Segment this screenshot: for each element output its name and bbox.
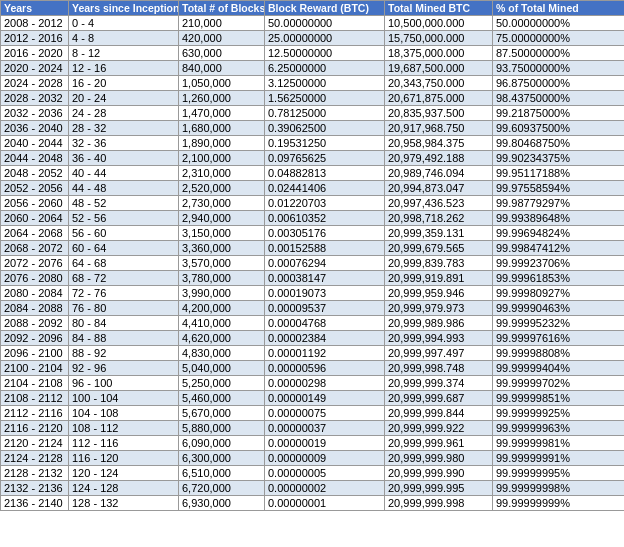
table-cell: 2040 - 2044	[1, 136, 69, 151]
table-cell: 2116 - 2120	[1, 421, 69, 436]
table-row: 2052 - 205644 - 482,520,0000.0244140620,…	[1, 181, 625, 196]
table-cell: 99.99999981%	[493, 436, 625, 451]
table-cell: 32 - 36	[69, 136, 179, 151]
table-cell: 3,150,000	[179, 226, 265, 241]
table-cell: 20,999,999.990	[385, 466, 493, 481]
table-cell: 6.25000000	[265, 61, 385, 76]
table-row: 2064 - 206856 - 603,150,0000.0030517620,…	[1, 226, 625, 241]
table-cell: 3,360,000	[179, 241, 265, 256]
table-cell: 15,750,000.000	[385, 31, 493, 46]
table-cell: 0 - 4	[69, 16, 179, 31]
table-cell: 99.99999963%	[493, 421, 625, 436]
table-cell: 0.00004768	[265, 316, 385, 331]
table-cell: 50.00000000	[265, 16, 385, 31]
table-cell: 99.99999702%	[493, 376, 625, 391]
table-cell: 2076 - 2080	[1, 271, 69, 286]
table-row: 2032 - 203624 - 281,470,0000.7812500020,…	[1, 106, 625, 121]
table-cell: 99.99999991%	[493, 451, 625, 466]
table-cell: 0.00000298	[265, 376, 385, 391]
table-cell: 99.99389648%	[493, 211, 625, 226]
table-row: 2048 - 205240 - 442,310,0000.0488281320,…	[1, 166, 625, 181]
table-cell: 20,999,997.497	[385, 346, 493, 361]
table-cell: 20,994,873.047	[385, 181, 493, 196]
table-row: 2104 - 210896 - 1005,250,0000.0000029820…	[1, 376, 625, 391]
table-cell: 2104 - 2108	[1, 376, 69, 391]
table-cell: 20,999,359.131	[385, 226, 493, 241]
table-cell: 99.99694824%	[493, 226, 625, 241]
table-cell: 2016 - 2020	[1, 46, 69, 61]
table-cell: 84 - 88	[69, 331, 179, 346]
table-row: 2044 - 204836 - 402,100,0000.0976562520,…	[1, 151, 625, 166]
table-cell: 104 - 108	[69, 406, 179, 421]
table-cell: 2132 - 2136	[1, 481, 69, 496]
table-cell: 0.00000005	[265, 466, 385, 481]
col-header-3: Block Reward (BTC)	[265, 1, 385, 16]
table-cell: 2084 - 2088	[1, 301, 69, 316]
table-cell: 28 - 32	[69, 121, 179, 136]
table-cell: 3,570,000	[179, 256, 265, 271]
table-cell: 18,375,000.000	[385, 46, 493, 61]
table-cell: 99.90234375%	[493, 151, 625, 166]
table-row: 2020 - 202412 - 16840,0006.2500000019,68…	[1, 61, 625, 76]
table-cell: 12.50000000	[265, 46, 385, 61]
table-row: 2116 - 2120108 - 1125,880,0000.000000372…	[1, 421, 625, 436]
table-row: 2128 - 2132120 - 1246,510,0000.000000052…	[1, 466, 625, 481]
table-cell: 630,000	[179, 46, 265, 61]
table-cell: 2,520,000	[179, 181, 265, 196]
table-cell: 0.00000075	[265, 406, 385, 421]
table-cell: 99.95117188%	[493, 166, 625, 181]
table-cell: 99.99923706%	[493, 256, 625, 271]
table-cell: 2052 - 2056	[1, 181, 69, 196]
table-cell: 20,989,746.094	[385, 166, 493, 181]
table-cell: 100 - 104	[69, 391, 179, 406]
table-cell: 2136 - 2140	[1, 496, 69, 511]
table-cell: 0.00000002	[265, 481, 385, 496]
table-cell: 8 - 12	[69, 46, 179, 61]
table-cell: 20,999,989.986	[385, 316, 493, 331]
table-row: 2056 - 206048 - 522,730,0000.0122070320,…	[1, 196, 625, 211]
table-cell: 20,999,999.998	[385, 496, 493, 511]
table-cell: 99.98779297%	[493, 196, 625, 211]
table-cell: 2028 - 2032	[1, 91, 69, 106]
table-cell: 76 - 80	[69, 301, 179, 316]
table-row: 2012 - 20164 - 8420,00025.0000000015,750…	[1, 31, 625, 46]
table-cell: 2112 - 2116	[1, 406, 69, 421]
table-cell: 2072 - 2076	[1, 256, 69, 271]
table-cell: 2068 - 2072	[1, 241, 69, 256]
table-cell: 2020 - 2024	[1, 61, 69, 76]
table-cell: 20,999,994.993	[385, 331, 493, 346]
table-cell: 88 - 92	[69, 346, 179, 361]
table-row: 2124 - 2128116 - 1206,300,0000.000000092…	[1, 451, 625, 466]
col-header-0: Years	[1, 1, 69, 16]
table-cell: 99.99999851%	[493, 391, 625, 406]
table-cell: 0.00000001	[265, 496, 385, 511]
table-cell: 20,958,984.375	[385, 136, 493, 151]
table-cell: 98.43750000%	[493, 91, 625, 106]
table-cell: 0.78125000	[265, 106, 385, 121]
table-cell: 2048 - 2052	[1, 166, 69, 181]
table-cell: 99.99999999%	[493, 496, 625, 511]
table-cell: 2108 - 2112	[1, 391, 69, 406]
table-cell: 20,999,919.891	[385, 271, 493, 286]
table-cell: 2056 - 2060	[1, 196, 69, 211]
col-header-2: Total # of Blocks	[179, 1, 265, 16]
table-row: 2072 - 207664 - 683,570,0000.0007629420,…	[1, 256, 625, 271]
table-cell: 25.00000000	[265, 31, 385, 46]
table-cell: 99.99961853%	[493, 271, 625, 286]
table-cell: 0.00000149	[265, 391, 385, 406]
table-cell: 2120 - 2124	[1, 436, 69, 451]
table-cell: 48 - 52	[69, 196, 179, 211]
table-cell: 1,470,000	[179, 106, 265, 121]
table-cell: 16 - 20	[69, 76, 179, 91]
table-cell: 5,040,000	[179, 361, 265, 376]
table-cell: 5,250,000	[179, 376, 265, 391]
table-cell: 0.00038147	[265, 271, 385, 286]
table-cell: 0.00000009	[265, 451, 385, 466]
table-cell: 20,998,718.262	[385, 211, 493, 226]
table-cell: 20,999,998.748	[385, 361, 493, 376]
table-cell: 19,687,500.000	[385, 61, 493, 76]
table-cell: 36 - 40	[69, 151, 179, 166]
table-cell: 20,835,937.500	[385, 106, 493, 121]
table-cell: 2044 - 2048	[1, 151, 69, 166]
table-cell: 20,979,492.188	[385, 151, 493, 166]
